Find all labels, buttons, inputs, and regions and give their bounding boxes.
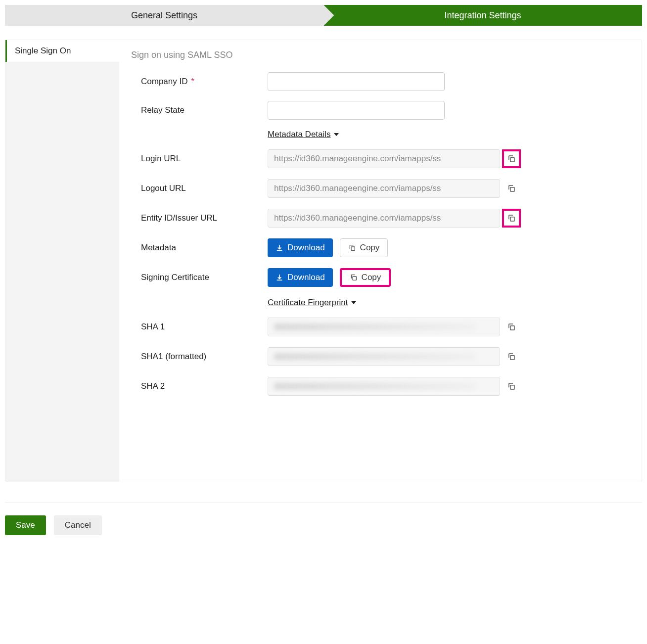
logout-url-value: https://id360.manageengine.com/iamapps/s… [268,179,500,198]
svg-rect-4 [353,276,356,280]
value-text: https://id360.manageengine.com/iamapps/s… [274,184,441,193]
svg-rect-6 [510,356,514,360]
row-sha1-formatted: SHA1 (formatted) [131,347,630,366]
download-metadata-button[interactable]: Download [268,238,333,257]
row-entity-id: Entity ID/Issuer URL https://id360.manag… [131,209,630,228]
label-sha2: SHA 2 [131,381,268,391]
copy-icon [348,244,356,252]
copy-logout-url-button[interactable] [502,179,521,198]
entity-id-value: https://id360.manageengine.com/iamapps/s… [268,209,500,228]
sha1-value [268,318,500,336]
value-text: https://id360.manageengine.com/iamapps/s… [274,213,441,223]
copy-sha2-button[interactable] [502,377,521,396]
tab-integration-settings[interactable]: Integration Settings [324,5,642,26]
button-label: Download [287,273,325,282]
button-label: Copy [360,243,380,253]
row-company-id: Company ID * [131,72,630,91]
label-metadata: Metadata [131,243,268,253]
relay-state-input[interactable] [268,101,445,120]
row-sha1: SHA 1 [131,318,630,336]
row-cert-fingerprint-toggle: Certificate Fingerprint [131,298,630,308]
row-metadata-details-toggle: Metadata Details [131,130,630,139]
svg-rect-1 [510,187,514,191]
tab-general-settings[interactable]: General Settings [5,5,324,26]
copy-sha1-formatted-button[interactable] [502,347,521,366]
label-logout-url: Logout URL [131,184,268,193]
svg-rect-0 [510,158,514,162]
metadata-details-toggle[interactable]: Metadata Details [268,130,339,139]
copy-icon [507,322,516,331]
label-signing-cert: Signing Certificate [131,273,268,282]
cert-fingerprint-toggle[interactable]: Certificate Fingerprint [268,298,356,308]
copy-icon [507,184,516,193]
tab-label: General Settings [131,10,197,21]
copy-icon [507,352,516,361]
toggle-label: Metadata Details [268,130,331,139]
value-text: https://id360.manageengine.com/iamapps/s… [274,154,441,164]
row-sha2: SHA 2 [131,377,630,396]
footer-actions: Save Cancel [5,502,642,535]
row-signing-cert: Signing Certificate Download Copy [131,268,630,287]
login-url-value: https://id360.manageengine.com/iamapps/s… [268,149,500,168]
sidebar-item-sso[interactable]: Single Sign On [5,40,119,62]
download-signing-cert-button[interactable]: Download [268,268,333,287]
toggle-label: Certificate Fingerprint [268,298,348,308]
sidebar: Single Sign On [5,40,119,482]
settings-panel: Single Sign On Sign on using SAML SSO Co… [5,40,642,482]
sha2-value [268,377,500,396]
button-label: Copy [362,273,381,282]
required-marker: * [191,77,194,86]
copy-icon [507,214,516,223]
chevron-down-icon [351,301,356,304]
download-icon [276,274,283,281]
label-company-id: Company ID * [131,77,268,87]
row-login-url: Login URL https://id360.manageengine.com… [131,149,630,168]
svg-rect-3 [351,247,355,250]
content-area: Sign on using SAML SSO Company ID * Rela… [119,40,642,482]
label-sha1-formatted: SHA1 (formatted) [131,352,268,362]
svg-rect-5 [510,326,514,330]
chevron-down-icon [334,133,339,136]
copy-icon [507,382,516,391]
row-logout-url: Logout URL https://id360.manageengine.co… [131,179,630,198]
sha1-formatted-value [268,347,500,366]
copy-signing-cert-button[interactable]: Copy [340,268,391,287]
tab-label: Integration Settings [444,10,521,21]
wizard-tabs: General Settings Integration Settings [5,5,642,26]
button-label: Save [16,520,35,530]
button-label: Cancel [65,520,91,530]
page-subtitle: Sign on using SAML SSO [131,50,630,60]
label-relay-state: Relay State [131,105,268,115]
label-sha1: SHA 1 [131,322,268,332]
company-id-input[interactable] [268,72,445,91]
label-entity-id: Entity ID/Issuer URL [131,213,268,223]
row-metadata: Metadata Download Copy [131,238,630,257]
copy-metadata-button[interactable]: Copy [340,238,388,257]
copy-icon [507,154,516,163]
save-button[interactable]: Save [5,515,46,535]
svg-rect-7 [510,385,514,389]
copy-login-url-button[interactable] [502,149,521,168]
label-text: Company ID [141,77,187,86]
label-login-url: Login URL [131,154,268,164]
sidebar-item-label: Single Sign On [15,46,71,55]
row-relay-state: Relay State [131,101,630,120]
copy-entity-id-button[interactable] [502,209,521,228]
copy-icon [350,274,358,281]
download-icon [276,244,283,252]
cancel-button[interactable]: Cancel [54,515,102,535]
button-label: Download [287,243,325,253]
copy-sha1-button[interactable] [502,318,521,336]
svg-rect-2 [510,217,514,221]
